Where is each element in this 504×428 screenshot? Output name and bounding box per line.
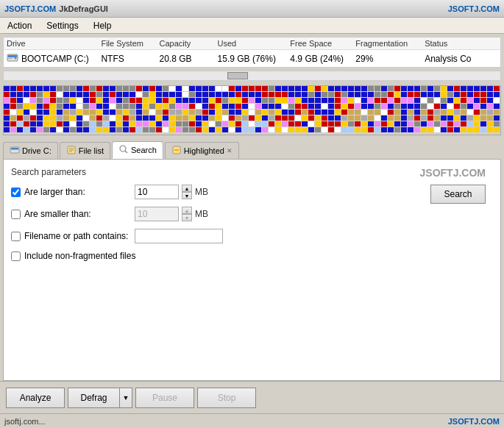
file-list-icon: [66, 145, 77, 157]
larger-than-unit: MB: [195, 187, 208, 197]
title-bar: JSOFTJ.COM JkDefragGUI JSOFTJ.COM: [0, 0, 504, 18]
app-title: JkDefragGUI: [59, 4, 108, 13]
status-right-logo: JSOFTJ.COM: [448, 417, 500, 426]
tab-file-list[interactable]: File list: [60, 142, 110, 159]
smaller-than-spin-up[interactable]: ▲: [182, 207, 192, 214]
drive-used: 15.9 GB (76%): [218, 54, 291, 64]
table-row[interactable]: BOOTCAMP (C:) NTFS 20.8 GB 15.9 GB (76%)…: [4, 50, 500, 67]
smaller-than-spin-down[interactable]: ▼: [182, 214, 192, 221]
drive-free: 4.9 GB (24%): [290, 54, 355, 64]
disk-map[interactable]: [3, 85, 501, 135]
filename-contains-label: Filename or path contains:: [11, 231, 129, 241]
menu-help[interactable]: Help: [89, 19, 116, 32]
larger-than-spin-up[interactable]: ▲: [182, 185, 192, 192]
title-logo-right: JSOFTJ.COM: [448, 4, 500, 13]
search-panel: Search parameters JSOFTJ.COM Are larger …: [3, 159, 501, 277]
drive-c-icon: [10, 145, 20, 157]
drive-name: BOOTCAMP (C:): [7, 51, 101, 65]
tab-highlighted-close[interactable]: ✕: [227, 147, 233, 154]
drive-status: Analysis Co: [425, 54, 497, 64]
tab-highlighted-label: Highlighted: [184, 146, 224, 155]
non-fragmented-label: Include non-fragmented files: [11, 251, 135, 261]
drive-capacity: 20.8 GB: [160, 54, 218, 64]
drive-fragmentation: 29%: [355, 54, 425, 64]
drive-filesystem: NTFS: [101, 54, 159, 64]
svg-line-11: [125, 151, 127, 153]
drive-icon: [7, 51, 18, 65]
col-header-used: Used: [218, 39, 291, 48]
defrag-button[interactable]: Defrag: [68, 388, 119, 408]
search-tab-icon: [118, 144, 129, 156]
larger-than-input[interactable]: [135, 185, 179, 199]
menu-bar: Action Settings Help: [0, 18, 504, 34]
non-fragmented-row: Include non-fragmented files: [11, 251, 493, 261]
title-logo-left: JSOFTJ.COM: [4, 4, 56, 13]
col-header-fs: File System: [101, 39, 159, 48]
col-header-drive: Drive: [7, 39, 101, 48]
filename-contains-checkbox[interactable]: [11, 232, 21, 241]
menu-action[interactable]: Action: [3, 19, 36, 32]
drive-table-header: Drive File System Capacity Used Free Spa…: [4, 38, 500, 50]
svg-point-2: [15, 57, 17, 60]
menu-settings[interactable]: Settings: [42, 19, 82, 32]
status-left-text: jsoftj.com...: [4, 417, 46, 426]
tabs-bar: Drive C: File list Search: [0, 138, 504, 159]
larger-than-row: Are larger than: ▲ ▼ MB Search: [11, 185, 493, 199]
tab-search[interactable]: Search: [112, 141, 163, 159]
highlight-icon: [171, 145, 182, 157]
svg-rect-5: [11, 148, 18, 150]
panel-spacer: [3, 277, 501, 381]
smaller-than-input-group: ▲ ▼ MB: [135, 207, 208, 221]
bottom-bar: Analyze Defrag ▼ Pause Stop: [0, 381, 504, 413]
smaller-than-label: Are smaller than:: [11, 209, 129, 219]
col-header-capacity: Capacity: [160, 39, 218, 48]
tab-drive-c[interactable]: Drive C:: [3, 142, 58, 159]
search-params-title: Search parameters: [11, 167, 493, 177]
col-header-status: Status: [425, 39, 497, 48]
drive-table: Drive File System Capacity Used Free Spa…: [3, 37, 501, 68]
search-button[interactable]: Search: [430, 185, 486, 204]
smaller-than-checkbox[interactable]: [11, 210, 21, 219]
tab-drive-c-label: Drive C:: [22, 146, 52, 155]
col-header-free: Free Space: [290, 39, 355, 48]
horizontal-scrollbar[interactable]: [3, 71, 501, 81]
status-bar: jsoftj.com... JSOFTJ.COM: [0, 413, 504, 428]
main-window: JSOFTJ.COM JkDefragGUI JSOFTJ.COM Action…: [0, 0, 504, 428]
title-bar-left: JSOFTJ.COM JkDefragGUI: [4, 4, 108, 13]
svg-rect-3: [8, 58, 13, 59]
search-form: Are larger than: ▲ ▼ MB Search Are small…: [11, 185, 493, 261]
tab-file-list-label: File list: [79, 146, 104, 155]
filename-contains-row: Filename or path contains:: [11, 229, 493, 243]
scroll-thumb[interactable]: [227, 72, 248, 79]
smaller-than-spinners: ▲ ▼: [182, 207, 192, 221]
stop-button[interactable]: Stop: [197, 388, 256, 408]
larger-than-checkbox[interactable]: [11, 188, 21, 197]
svg-point-10: [120, 146, 126, 151]
tab-search-label: Search: [131, 146, 157, 154]
col-header-frag: Fragmentation: [355, 39, 425, 48]
larger-than-input-group: ▲ ▼ MB: [135, 185, 208, 199]
pause-button[interactable]: Pause: [135, 388, 194, 408]
larger-than-spinners: ▲ ▼: [182, 185, 192, 199]
defrag-group: Defrag ▼: [68, 388, 132, 408]
non-fragmented-checkbox[interactable]: [11, 252, 21, 261]
smaller-than-input[interactable]: [135, 207, 179, 221]
smaller-than-row: Are smaller than: ▲ ▼ MB: [11, 207, 493, 221]
filename-contains-input[interactable]: [135, 229, 223, 243]
analyze-button[interactable]: Analyze: [6, 388, 65, 408]
larger-than-spin-down[interactable]: ▼: [182, 192, 192, 199]
smaller-than-unit: MB: [195, 209, 208, 219]
tab-highlighted[interactable]: Highlighted ✕: [165, 142, 239, 159]
larger-than-label: Are larger than:: [11, 187, 129, 197]
defrag-dropdown-button[interactable]: ▼: [119, 388, 132, 408]
